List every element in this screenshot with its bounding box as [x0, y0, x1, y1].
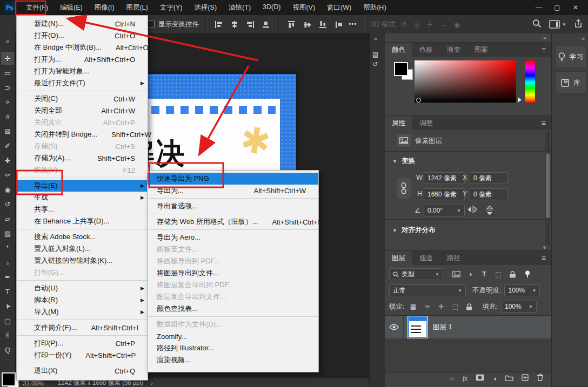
- export-menu-item[interactable]: 导出首选项...: [148, 200, 318, 212]
- libraries-panel-button[interactable]: 库: [555, 71, 586, 94]
- more-options-button[interactable]: •••: [349, 21, 357, 28]
- layer-filter-dropdown[interactable]: 类型▼: [389, 268, 443, 280]
- align-right-icon[interactable]: [244, 19, 256, 30]
- properties-tab-1[interactable]: 调整: [412, 116, 440, 130]
- color-tab-1[interactable]: 色板: [412, 43, 440, 57]
- file-menu-item[interactable]: 在 Behance 上共享(D)...: [17, 215, 148, 227]
- chevron-down-icon[interactable]: ▼: [432, 272, 439, 277]
- lock-all-icon[interactable]: [464, 302, 475, 311]
- export-menu-item[interactable]: 将图层导出到文件...: [148, 267, 318, 279]
- pen-tool[interactable]: ✒: [1, 270, 14, 283]
- file-menu-item[interactable]: 新建(N)...Ctrl+N: [17, 18, 148, 30]
- collapse-strip-chevron[interactable]: «: [582, 35, 584, 42]
- export-menu-item[interactable]: 图层复合导出到文件...: [148, 291, 318, 303]
- close-button[interactable]: ✕: [566, 1, 585, 14]
- properties-menu-icon[interactable]: ≡: [536, 116, 551, 130]
- filter-toggle-pin[interactable]: [522, 269, 533, 279]
- expand-dock-chevron[interactable]: »: [543, 35, 546, 41]
- align-middle-vertical-icon[interactable]: [302, 19, 313, 30]
- adjustment-layer-icon[interactable]: ◑: [492, 375, 497, 383]
- file-menu-item[interactable]: 生成▶: [17, 192, 148, 203]
- layer-row[interactable]: 图层 1: [385, 316, 551, 338]
- file-menu-item[interactable]: 关闭其它Alt+Ctrl+P: [17, 117, 148, 128]
- align-left-icon[interactable]: [213, 19, 225, 30]
- menubar-item-6[interactable]: 滤镜(T): [223, 1, 257, 15]
- hue-slider[interactable]: [525, 60, 535, 103]
- align-center-horizontal-icon[interactable]: [229, 19, 240, 30]
- menubar-item-file[interactable]: 文件(F): [20, 1, 54, 15]
- lock-position-icon[interactable]: ✛: [436, 302, 446, 311]
- file-menu-item[interactable]: 恢复(V)F12: [17, 164, 148, 176]
- marquee-tool[interactable]: ▭: [1, 66, 14, 79]
- export-menu-item[interactable]: 颜色查找表...: [148, 303, 318, 315]
- layers-tab-1[interactable]: 通道: [412, 251, 440, 265]
- distribute-horizontal-icon[interactable]: [260, 19, 272, 30]
- zoom-tool[interactable]: Q: [1, 343, 14, 356]
- opacity-field[interactable]: 100%▼: [504, 284, 540, 296]
- layers-tab-2[interactable]: 路径: [440, 251, 467, 265]
- delete-layer-icon[interactable]: [537, 374, 544, 383]
- file-menu-item[interactable]: 脚本(R)▶: [17, 294, 148, 306]
- fill-field[interactable]: 100%▼: [501, 301, 537, 313]
- collapse-dock-chevron[interactable]: «: [374, 35, 377, 42]
- type-tool[interactable]: T: [1, 285, 14, 298]
- flip-vertical-icon[interactable]: [485, 205, 494, 218]
- file-menu-item[interactable]: 打开为...Alt+Shift+Ctrl+O: [17, 53, 148, 65]
- brush-tool[interactable]: ✑: [1, 168, 14, 181]
- color-menu-icon[interactable]: ≡: [536, 43, 551, 57]
- filter-adjustment-layers-icon[interactable]: ◑: [465, 269, 476, 279]
- rotation-angle-field[interactable]: 0.00°▼: [424, 205, 465, 216]
- menubar-item-10[interactable]: 帮助(H): [357, 1, 392, 15]
- layer-thumbnail[interactable]: [408, 316, 427, 338]
- layers-tab-0[interactable]: 图层: [385, 251, 412, 265]
- file-menu-item[interactable]: 打包(G)...: [17, 267, 148, 279]
- align-top-icon[interactable]: [286, 19, 298, 30]
- export-menu-item[interactable]: 将图层复合导出到 PDF...: [148, 279, 318, 291]
- menubar-item-2[interactable]: 图像(I): [89, 1, 121, 15]
- zoom-level[interactable]: 31.05%: [23, 380, 44, 386]
- layer-mask-icon[interactable]: [476, 374, 484, 383]
- export-menu-item[interactable]: 路径到 Illustrator...: [148, 342, 318, 354]
- healing-brush-tool[interactable]: ✚: [1, 154, 14, 167]
- show-transform-checkbox[interactable]: [147, 21, 155, 28]
- history-panel-icon[interactable]: ↺: [372, 60, 378, 68]
- filter-shape-layers-icon[interactable]: ⬚: [493, 269, 504, 279]
- file-menu-item[interactable]: 共享...: [17, 203, 148, 215]
- file-menu-item[interactable]: 关闭(C)Ctrl+W: [17, 93, 148, 105]
- export-menu-item[interactable]: 数据组作为文件(D)...: [148, 318, 318, 330]
- transform-section-header[interactable]: ▼变换: [392, 157, 415, 166]
- file-menu-item[interactable]: 存储(S)Ctrl+S: [17, 140, 148, 152]
- eyedropper-tool[interactable]: ✐: [1, 139, 14, 152]
- status-chevron-icon[interactable]: ›: [151, 380, 153, 386]
- lock-transparency-icon[interactable]: ▦: [407, 302, 418, 311]
- workspace-switcher-icon[interactable]: ▼: [549, 20, 566, 29]
- menubar-item-9[interactable]: 窗口(W): [321, 1, 357, 15]
- clone-stamp-tool[interactable]: ◉: [1, 183, 14, 196]
- layer-name[interactable]: 图层 1: [433, 323, 452, 332]
- search-icon[interactable]: [532, 19, 542, 30]
- properties-tab-0[interactable]: 属性: [385, 116, 412, 130]
- scroll-down-chevron[interactable]: ▼: [542, 245, 547, 250]
- export-menu-item[interactable]: 画板至文件...: [148, 243, 318, 255]
- lock-artboard-icon[interactable]: ⬚: [450, 302, 460, 311]
- share-icon[interactable]: [574, 19, 583, 30]
- menubar-item-5[interactable]: 选择(S): [188, 1, 223, 15]
- filter-pixel-layers-icon[interactable]: [451, 269, 462, 279]
- menubar-item-1[interactable]: 编辑(E): [54, 1, 89, 15]
- shape-tool[interactable]: ▢: [1, 314, 14, 327]
- color-tab-2[interactable]: 渐变: [440, 43, 467, 57]
- file-menu-item[interactable]: 打印一份(Y)Alt+Shift+Ctrl+P: [17, 349, 148, 361]
- layer-effects-icon[interactable]: fx: [463, 374, 467, 383]
- lock-image-icon[interactable]: ✑: [422, 302, 432, 311]
- chevron-down-icon[interactable]: ▼: [526, 304, 533, 309]
- panel-foreground-swatch[interactable]: [394, 62, 408, 76]
- distribute-vertical-icon[interactable]: [333, 19, 345, 30]
- layer-visibility-toggle[interactable]: [385, 316, 404, 338]
- export-menu-item[interactable]: 将画板导出到 PDF...: [148, 255, 318, 267]
- export-menu-item[interactable]: Zoomify...: [148, 330, 318, 342]
- file-menu-item[interactable]: 导入(M)▶: [17, 306, 148, 318]
- gradient-tool[interactable]: ▨: [1, 227, 14, 240]
- foreground-color-swatch[interactable]: [2, 372, 16, 386]
- scrollbar-thumb[interactable]: [546, 153, 550, 218]
- file-menu-item[interactable]: 存储为(A)...Shift+Ctrl+S: [17, 152, 148, 164]
